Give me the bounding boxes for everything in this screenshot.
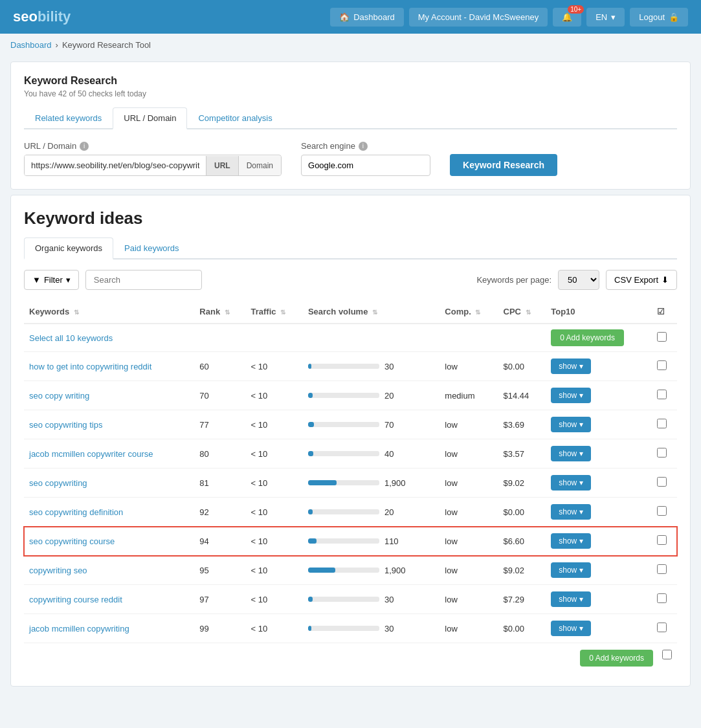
keyword-link[interactable]: copywriting seo [29,566,87,575]
filter-btn-label: Filter [44,275,63,285]
table-row: seo copywriting tips 77 < 10 70 low $3.6… [24,410,677,439]
keyword-research-button[interactable]: Keyword Research [450,154,557,176]
keyword-link[interactable]: seo copy writing [29,391,89,401]
row-checkbox[interactable] [657,564,667,574]
cell-rank: 70 [194,381,245,410]
url-toggle-url[interactable]: URL [206,156,238,175]
url-toggle-domain[interactable]: Domain [238,156,281,175]
cell-search-volume: 30 [303,352,440,381]
sub-tab-organic[interactable]: Organic keywords [24,237,113,259]
cell-search-volume: 40 [303,439,440,469]
cell-top10: show ▾ [546,469,651,498]
show-btn[interactable]: show ▾ [551,358,591,374]
cell-search-volume: 1,900 [303,556,440,585]
keyword-link[interactable]: jacob mcmillen copywriter course [29,449,153,459]
logout-btn[interactable]: Logout 🔒 [630,8,688,27]
row-checkbox[interactable] [657,623,667,632]
select-all-checkbox[interactable] [657,332,667,342]
col-cpc: CPC ⇅ [498,300,546,324]
cell-search-volume: 1,900 [303,469,440,498]
tab-competitor-analysis[interactable]: Competitor analysis [187,107,283,129]
row-checkbox[interactable] [657,477,667,487]
row-checkbox[interactable] [657,535,667,545]
cell-keyword: jacob mcmillen copywriter course [24,439,194,469]
add-keywords-btn-top[interactable]: 0 Add keywords [551,329,624,346]
show-btn[interactable]: show ▾ [551,417,591,432]
cell-traffic: < 10 [246,381,303,410]
breadcrumb-home[interactable]: Dashboard [10,40,52,50]
table-row: seo copywriting 81 < 10 1,900 low $9.02 … [24,469,677,498]
engine-info-icon[interactable]: i [359,142,368,151]
sv-value: 30 [384,362,394,371]
search-filter-input[interactable] [85,270,202,290]
language-btn[interactable]: EN ▾ [586,8,625,27]
add-keywords-btn-bottom[interactable]: 0 Add keywords [580,650,653,667]
sub-tab-paid[interactable]: Paid keywords [113,237,190,259]
dashboard-btn[interactable]: 🏠 Dashboard [330,8,404,27]
cell-top10: show ▾ [546,556,651,585]
keyword-link[interactable]: copywriting course reddit [29,595,122,604]
cell-top10: show ▾ [546,585,651,614]
show-btn[interactable]: show ▾ [551,504,591,520]
keyword-ideas-card: Keyword ideas Organic keywords Paid keyw… [10,195,691,687]
cell-keyword: how to get into copywriting reddit [24,352,194,381]
row-checkbox[interactable] [657,506,667,516]
cell-cpc: $0.00 [498,614,546,643]
cell-rank: 94 [194,527,245,556]
sub-tabs: Organic keywords Paid keywords [24,237,677,259]
sv-bar-fill [308,480,337,485]
show-btn[interactable]: show ▾ [551,533,591,549]
show-btn[interactable]: show ▾ [551,621,591,636]
row-checkbox[interactable] [657,360,667,370]
tab-related-keywords[interactable]: Related keywords [24,107,113,129]
show-btn[interactable]: show ▾ [551,475,591,491]
keyword-link[interactable]: seo copywriting course [29,536,115,546]
tab-url-domain[interactable]: URL / Domain [113,107,187,129]
filter-button[interactable]: ▼ Filter ▾ [24,270,79,290]
show-btn[interactable]: show ▾ [551,591,591,607]
sv-bar-fill [308,597,313,602]
sv-bar-fill [308,393,313,398]
cell-search-volume: 70 [303,410,440,439]
csv-export-button[interactable]: CSV Export ⬇ [606,270,677,290]
row-checkbox[interactable] [657,593,667,603]
notifications-btn[interactable]: 🔔 10+ [553,8,581,27]
select-all-row: Select all 10 keywords 0 Add keywords [24,324,677,352]
keyword-link[interactable]: seo copywriting [29,478,87,488]
filter-right: Keywords per page: 50 25 100 CSV Export … [476,270,677,290]
home-icon: 🏠 [339,12,350,22]
sv-bar [308,393,379,398]
row-checkbox[interactable] [657,448,667,458]
header: seobility 🏠 Dashboard My Account - David… [0,0,701,34]
account-btn[interactable]: My Account - David McSweeney [409,8,548,27]
cell-top10: show ▾ [546,527,651,556]
per-page-select[interactable]: 50 25 100 [558,270,599,290]
cell-checkbox [652,381,677,410]
col-comp: Comp. ⇅ [440,300,498,324]
show-btn[interactable]: show ▾ [551,562,591,578]
keyword-link[interactable]: seo copywriting tips [29,420,102,430]
bottom-checkbox[interactable] [662,650,672,659]
keyword-link[interactable]: jacob mcmillen copywriting [29,624,129,634]
header-nav: 🏠 Dashboard My Account - David McSweeney… [330,8,688,27]
show-btn[interactable]: show ▾ [551,388,591,403]
kw-research-subtitle: You have 42 of 50 checks left today [24,89,677,98]
cell-checkbox [652,498,677,527]
row-checkbox[interactable] [657,419,667,428]
sv-bar [308,480,379,485]
row-checkbox[interactable] [657,390,667,399]
filter-bar: ▼ Filter ▾ Keywords per page: 50 25 100 … [24,270,677,290]
search-engine-input[interactable] [301,155,430,176]
url-input[interactable] [25,155,206,175]
select-all-link[interactable]: Select all 10 keywords [29,333,113,343]
chevron-icon: ▾ [579,507,583,516]
keyword-link[interactable]: how to get into copywriting reddit [29,362,151,371]
keyword-link[interactable]: seo copywriting definition [29,507,123,517]
url-info-icon[interactable]: i [80,142,89,151]
cell-checkbox [652,585,677,614]
cell-rank: 77 [194,410,245,439]
cell-keyword: seo copywriting [24,469,194,498]
show-btn[interactable]: show ▾ [551,446,591,461]
chevron-icon: ▾ [579,420,583,429]
sv-value: 110 [384,536,399,546]
